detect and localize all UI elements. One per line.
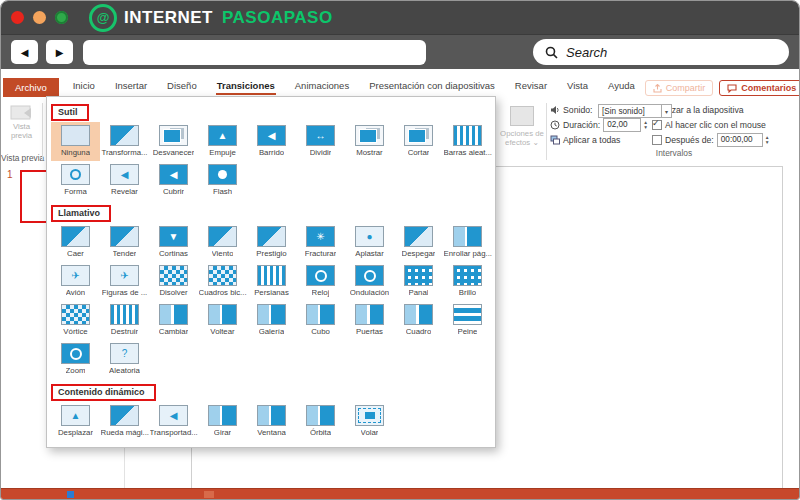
transition-morph[interactable]: Transforma... <box>100 122 149 161</box>
transition-show[interactable]: Mostrar <box>345 122 394 161</box>
transition-honeycomb[interactable]: Panal <box>394 262 443 301</box>
transition-fade[interactable]: Desvanecer <box>149 122 198 161</box>
transition-curtains[interactable]: Cortinas <box>149 223 198 262</box>
transition-random[interactable]: Aleatoria <box>100 340 149 379</box>
sound-select[interactable]: [Sin sonido] ▾ <box>598 104 672 118</box>
transition-conveyor[interactable]: Transportad... <box>149 402 198 441</box>
group-separator <box>546 103 547 160</box>
duration-input[interactable]: 02,00 <box>603 118 641 132</box>
transition-reveal[interactable]: Revelar <box>100 161 149 200</box>
transition-label: Galería <box>259 327 285 336</box>
orbit-icon <box>306 405 335 426</box>
blinds-icon <box>257 265 286 286</box>
transition-blinds[interactable]: Persianas <box>247 262 296 301</box>
tab-archivo[interactable]: Archivo <box>3 78 59 97</box>
transition-shape[interactable]: Forma <box>51 161 100 200</box>
transition-flash[interactable]: Flash <box>198 161 247 200</box>
ripple-icon <box>355 265 384 286</box>
transition-zoom[interactable]: Zoom <box>51 340 100 379</box>
transition-none[interactable]: Ninguna <box>51 122 100 161</box>
after-spinner[interactable]: ▴▾ <box>766 135 769 144</box>
transition-fracture[interactable]: Fracturar <box>296 223 345 262</box>
conveyor-icon <box>159 405 188 426</box>
tab-ayuda[interactable]: Ayuda <box>598 80 645 99</box>
minimize-window-button[interactable] <box>33 11 46 24</box>
tab-vista[interactable]: Vista <box>557 80 598 99</box>
maximize-window-button[interactable] <box>55 11 68 24</box>
sound-value[interactable]: [Sin sonido] <box>598 104 662 118</box>
comments-button[interactable]: Comentarios <box>719 80 800 96</box>
transition-orbit[interactable]: Órbita <box>296 402 345 441</box>
transition-gallery[interactable]: Galería <box>247 301 296 340</box>
transition-fly[interactable]: Volar <box>345 402 394 441</box>
transition-crush[interactable]: Aplastar <box>345 223 394 262</box>
preview-icon <box>10 105 34 122</box>
forward-button[interactable]: ▶ <box>46 40 73 64</box>
transition-window[interactable]: Ventana <box>247 402 296 441</box>
transition-label: Figuras de ... <box>102 288 148 297</box>
transition-push[interactable]: Empuje <box>198 122 247 161</box>
on-click-checkbox[interactable] <box>652 120 662 130</box>
duration-spinner[interactable]: ▴▾ <box>644 120 647 129</box>
transition-ferris-wheel[interactable]: Rueda mági... <box>100 402 149 441</box>
transition-comb[interactable]: Peine <box>443 301 492 340</box>
transition-label: Tender <box>113 249 137 258</box>
transitions-gallery: SutilNingunaTransforma...DesvanecerEmpuj… <box>46 96 496 448</box>
transition-checkerboard[interactable]: Cuadros bic... <box>198 262 247 301</box>
origami-icon <box>110 265 139 286</box>
tab-revisar[interactable]: Revisar <box>505 80 557 99</box>
transition-split[interactable]: Dividir <box>296 122 345 161</box>
effect-options-button[interactable]: Opciones de efectos ⌄ <box>499 99 545 148</box>
transition-label: Flash <box>213 187 232 196</box>
transition-label: Disolver <box>159 288 187 297</box>
transition-wind[interactable]: Viento <box>198 223 247 262</box>
transition-glitter[interactable]: Brillo <box>443 262 492 301</box>
after-input[interactable]: 00:00,00 <box>717 133 763 147</box>
sound-dropdown-arrow-icon[interactable]: ▾ <box>662 104 672 118</box>
transition-cover[interactable]: Cubrir <box>149 161 198 200</box>
transition-flip[interactable]: Voltear <box>198 301 247 340</box>
preview-button[interactable]: Vista previa <box>10 105 34 141</box>
transition-label: Vórtice <box>63 327 87 336</box>
transition-dissolve[interactable]: Disolver <box>149 262 198 301</box>
fade-icon <box>159 125 188 146</box>
search-box[interactable]: Search <box>533 39 789 65</box>
share-button[interactable]: Compartir <box>645 80 714 96</box>
logo-text-pasoapaso: PASOAPASO <box>222 8 333 28</box>
transition-label: Cortar <box>408 148 430 157</box>
transition-pan[interactable]: Desplazar <box>51 402 100 441</box>
transition-peel[interactable]: Despegar <box>394 223 443 262</box>
transition-rotate[interactable]: Girar <box>198 402 247 441</box>
transition-vortex[interactable]: Vórtice <box>51 301 100 340</box>
transition-fall[interactable]: Caer <box>51 223 100 262</box>
close-window-button[interactable] <box>11 11 24 24</box>
transition-label: Ondulación <box>350 288 389 297</box>
transition-wipe[interactable]: Barrido <box>247 122 296 161</box>
random-bars-icon <box>453 125 482 146</box>
prestige-icon <box>257 226 286 247</box>
transition-prestige[interactable]: Prestigio <box>247 223 296 262</box>
preview-group-caption: Vista previa <box>1 153 42 163</box>
transition-plane[interactable]: Avión <box>51 262 100 301</box>
transition-ripple[interactable]: Ondulación <box>345 262 394 301</box>
on-click-option[interactable]: Al hacer clic con el mouse <box>652 117 798 132</box>
window-icon <box>257 405 286 426</box>
apply-all-icon <box>550 135 560 145</box>
transition-drape[interactable]: Tender <box>100 223 149 262</box>
transition-clock[interactable]: Reloj <box>296 262 345 301</box>
transition-shred[interactable]: Destruir <box>100 301 149 340</box>
transition-doors[interactable]: Puertas <box>345 301 394 340</box>
transition-page-curl[interactable]: Enrollar pág... <box>443 223 492 262</box>
address-bar[interactable] <box>83 40 426 65</box>
apply-all-button[interactable]: Aplicar a todas <box>550 132 652 147</box>
after-option[interactable]: Después de: 00:00,00 ▴▾ <box>652 132 798 147</box>
transition-cut[interactable]: Cortar <box>394 122 443 161</box>
after-checkbox[interactable] <box>652 135 662 145</box>
transition-cube[interactable]: Cubo <box>296 301 345 340</box>
back-button[interactable]: ◀ <box>11 40 38 64</box>
transition-switch[interactable]: Cambiar <box>149 301 198 340</box>
transition-random-bars[interactable]: Barras aleat... <box>443 122 492 161</box>
transition-label: Transforma... <box>101 148 147 157</box>
transition-box[interactable]: Cuadro <box>394 301 443 340</box>
transition-origami[interactable]: Figuras de ... <box>100 262 149 301</box>
